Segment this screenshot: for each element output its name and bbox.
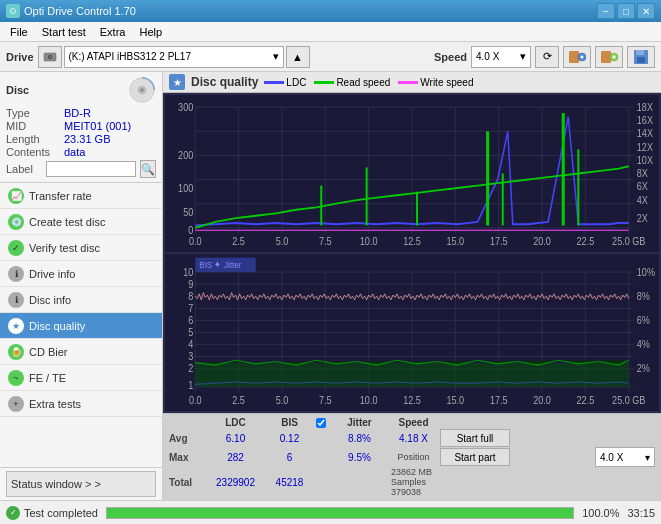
svg-text:25.0 GB: 25.0 GB [612, 235, 646, 247]
jitter-avg: 8.8% [332, 433, 387, 444]
progress-bar-fill [107, 508, 573, 518]
jitter-checkbox[interactable] [316, 418, 326, 428]
sidebar-item-fe-te[interactable]: ~ FE / TE [0, 365, 162, 391]
svg-text:12.5: 12.5 [403, 394, 421, 406]
menu-help[interactable]: Help [133, 25, 168, 39]
title-bar: ⊙ Opti Drive Control 1.70 − □ ✕ [0, 0, 661, 22]
svg-text:8: 8 [188, 290, 193, 302]
svg-text:6: 6 [188, 314, 193, 326]
sidebar-item-cd-bier[interactable]: 🍺 CD Bier [0, 339, 162, 365]
bis-total: 45218 [267, 477, 312, 488]
toolbar-btn-2[interactable] [595, 46, 623, 68]
speed-dropdown[interactable]: 4.0 X ▾ [471, 46, 531, 68]
sidebar-item-drive-info[interactable]: ℹ Drive info [0, 261, 162, 287]
svg-text:10.0: 10.0 [360, 235, 378, 247]
svg-text:200: 200 [178, 149, 194, 161]
start-part-button[interactable]: Start part [440, 448, 510, 466]
disc-contents-row: Contents data [6, 146, 156, 158]
charts-container: 300 200 100 50 0 18X 16X 14X 12X 10X 8X … [163, 93, 661, 413]
svg-text:4%: 4% [637, 338, 650, 350]
svg-text:2X: 2X [637, 212, 648, 224]
svg-text:9: 9 [188, 278, 193, 290]
drive-icon-btn[interactable] [38, 46, 62, 68]
disc-info-icon: ℹ [8, 292, 24, 308]
svg-text:2.5: 2.5 [232, 394, 245, 406]
disc-quality-icon: ★ [8, 318, 24, 334]
sidebar-item-extra-tests[interactable]: + Extra tests [0, 391, 162, 417]
disc-label-row: Label 🔍 [6, 160, 156, 178]
bis-col-header: BIS [267, 417, 312, 428]
stats-panel: LDC BIS Jitter Speed Avg 6.10 0.12 8.8% [163, 413, 661, 500]
ldc-col-header: LDC [208, 417, 263, 428]
avg-label: Avg [169, 433, 204, 444]
svg-text:20.0: 20.0 [533, 235, 551, 247]
ldc-chart: 300 200 100 50 0 18X 16X 14X 12X 10X 8X … [165, 95, 659, 252]
speed-right-area: 4.0 X ▾ [595, 447, 655, 467]
sidebar-item-verify-test-disc[interactable]: ✓ Verify test disc [0, 235, 162, 261]
elapsed-time: 33:15 [627, 507, 655, 519]
speed-label: Speed [434, 51, 467, 63]
svg-text:7.5: 7.5 [319, 235, 332, 247]
save-button[interactable] [627, 46, 655, 68]
svg-text:50: 50 [183, 206, 193, 218]
speed-col-header: Speed [391, 417, 436, 428]
menu-start-test[interactable]: Start test [36, 25, 92, 39]
svg-text:2: 2 [188, 363, 193, 375]
speed-refresh-btn[interactable]: ⟳ [535, 46, 559, 68]
minimize-button[interactable]: − [597, 3, 615, 19]
verify-test-disc-icon: ✓ [8, 240, 24, 256]
disc-title: Disc [6, 84, 29, 96]
svg-text:3: 3 [188, 351, 193, 363]
ldc-max: 282 [208, 452, 263, 463]
speed-right-dropdown[interactable]: 4.0 X ▾ [595, 447, 655, 467]
sidebar-nav: 📈 Transfer rate 💿 Create test disc ✓ Ver… [0, 183, 162, 467]
svg-text:10: 10 [183, 266, 193, 278]
total-label: Total [169, 477, 204, 488]
svg-text:16X: 16X [637, 114, 653, 126]
menu-file[interactable]: File [4, 25, 34, 39]
svg-point-13 [140, 88, 144, 92]
svg-text:12.5: 12.5 [403, 235, 421, 247]
status-icon: ✓ [6, 506, 20, 520]
disc-length-value: 23.31 GB [64, 133, 110, 145]
position-value: 23862 MB [391, 467, 432, 477]
disc-label-input[interactable] [46, 161, 136, 177]
svg-text:5.0: 5.0 [276, 235, 289, 247]
svg-rect-10 [637, 57, 645, 63]
sidebar-item-disc-info[interactable]: ℹ Disc info [0, 287, 162, 313]
ldc-total: 2329902 [208, 477, 263, 488]
maximize-button[interactable]: □ [617, 3, 635, 19]
toolbar-btn-1[interactable] [563, 46, 591, 68]
disc-type-value: BD-R [64, 107, 91, 119]
jitter-max: 9.5% [332, 452, 387, 463]
sidebar-item-status-window[interactable]: Status window > > [6, 471, 156, 497]
drive-dropdown[interactable]: (K:) ATAPI iHBS312 2 PL17 ▾ [64, 46, 284, 68]
disc-label-search-btn[interactable]: 🔍 [140, 160, 156, 178]
status-text: Test completed [24, 507, 98, 519]
disc-quality-title: Disc quality [191, 75, 258, 89]
svg-text:20.0: 20.0 [533, 394, 551, 406]
sidebar-item-create-test-disc[interactable]: 💿 Create test disc [0, 209, 162, 235]
start-full-button[interactable]: Start full [440, 429, 510, 447]
app-icon: ⊙ [6, 4, 20, 18]
sidebar-item-transfer-rate[interactable]: 📈 Transfer rate [0, 183, 162, 209]
svg-rect-115 [195, 363, 629, 387]
sidebar-item-disc-quality[interactable]: ★ Disc quality [0, 313, 162, 339]
svg-text:2%: 2% [637, 363, 650, 375]
svg-text:4X: 4X [637, 194, 648, 206]
eject-button[interactable]: ▲ [286, 46, 310, 68]
max-label: Max [169, 452, 204, 463]
samples-value: 379038 [391, 487, 432, 497]
svg-rect-3 [569, 51, 579, 63]
svg-text:8%: 8% [637, 290, 650, 302]
svg-text:22.5: 22.5 [577, 235, 595, 247]
svg-text:8X: 8X [637, 167, 648, 179]
bis-max: 6 [267, 452, 312, 463]
svg-text:25.0 GB: 25.0 GB [612, 394, 646, 406]
menu-extra[interactable]: Extra [94, 25, 132, 39]
svg-text:17.5: 17.5 [490, 235, 508, 247]
svg-text:15.0: 15.0 [447, 235, 465, 247]
position-label: Position [391, 452, 436, 462]
close-button[interactable]: ✕ [637, 3, 655, 19]
disc-graphic [128, 76, 156, 104]
